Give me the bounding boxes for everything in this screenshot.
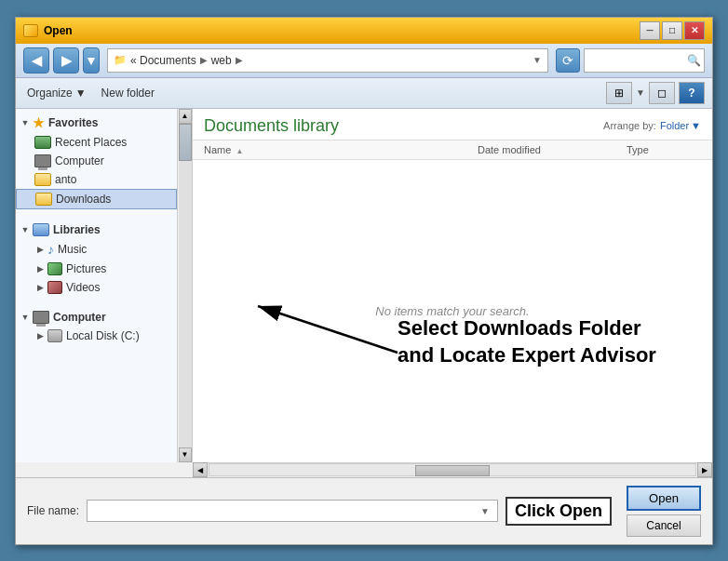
sidebar-item-videos[interactable]: ▶ Videos <box>16 278 177 297</box>
filename-label: File name: <box>27 504 79 517</box>
libraries-header[interactable]: ▼ Libraries <box>16 220 177 239</box>
window-icon <box>23 24 38 37</box>
library-title: Documents library <box>204 116 339 136</box>
minimize-button[interactable]: ─ <box>640 21 660 40</box>
computer-section-icon <box>33 311 49 324</box>
annotation-line2: and Locate Expert Advisor <box>398 342 694 369</box>
svg-line-1 <box>258 306 398 353</box>
computer-expand-icon: ▼ <box>20 312 31 323</box>
maximize-button[interactable]: □ <box>662 21 682 40</box>
computer-header[interactable]: ▼ Computer <box>16 308 177 327</box>
cancel-button[interactable]: Cancel <box>627 514 701 537</box>
libraries-icon <box>33 223 49 236</box>
scroll-up-arrow[interactable]: ▲ <box>179 109 192 124</box>
arrange-by-value: Folder <box>660 120 689 131</box>
address-sep2: ▶ <box>236 55 243 65</box>
music-icon: ♪ <box>47 242 54 257</box>
address-part1: « Documents <box>130 54 196 67</box>
dropdown-button[interactable]: ▼ <box>83 47 100 73</box>
bottom-buttons: Open Cancel <box>627 486 701 537</box>
h-scroll-left[interactable]: ◀ <box>193 462 208 477</box>
local-disk-expand-icon: ▶ <box>34 330 46 341</box>
favorites-expand-icon: ▼ <box>20 117 31 128</box>
back-button[interactable]: ◀ <box>23 47 49 73</box>
folder-icon-address: 📁 <box>114 54 127 66</box>
filename-dropdown-arrow[interactable]: ▼ <box>477 506 493 516</box>
videos-label: Videos <box>66 281 100 294</box>
forward-button[interactable]: ▶ <box>53 47 79 73</box>
h-scroll-right[interactable]: ▶ <box>697 462 712 477</box>
anto-folder-icon <box>34 173 51 186</box>
click-open-label: Click Open <box>506 497 612 526</box>
arrange-by-label: Arrange by: <box>603 120 656 131</box>
h-scroll-track <box>209 463 696 476</box>
help-button[interactable]: ? <box>679 82 705 104</box>
window-view-button[interactable]: ◻ <box>649 82 675 104</box>
computer-label: Computer <box>55 154 104 167</box>
main-content: Documents library Arrange by: Folder ▼ N… <box>193 109 712 462</box>
sidebar-scrollbar: ▲ ▼ <box>177 109 192 462</box>
search-container: 🔍 <box>584 48 705 73</box>
view-toggle-button[interactable]: ⊞ <box>606 82 632 104</box>
scroll-thumb[interactable] <box>179 124 192 161</box>
favorites-star-icon: ★ <box>33 115 45 130</box>
annotation-text: Select Downloads Folder and Locate Exper… <box>398 315 694 368</box>
pictures-icon <box>47 262 62 275</box>
arrange-by-control: Arrange by: Folder ▼ <box>603 120 701 131</box>
computer-section: ▼ Computer ▶ Local Disk (C:) <box>16 308 177 345</box>
open-dialog-window: Open ─ □ ✕ ◀ ▶ ▼ 📁 « Documents ▶ web ▶ ▼… <box>15 17 713 545</box>
title-bar-left: Open <box>23 24 73 37</box>
scroll-track <box>179 124 192 447</box>
sidebar-item-local-disk[interactable]: ▶ Local Disk (C:) <box>16 327 177 345</box>
title-buttons: ─ □ ✕ <box>640 21 705 40</box>
pictures-label: Pictures <box>66 262 106 275</box>
column-date[interactable]: Date modified <box>478 144 627 155</box>
address-bar[interactable]: 📁 « Documents ▶ web ▶ ▼ <box>107 48 548 73</box>
recent-places-icon <box>34 136 51 149</box>
filename-input-container: ▼ <box>87 500 498 522</box>
action-bar: Organize ▼ New folder ⊞ ▼ ◻ ? <box>16 78 712 109</box>
sidebar-item-pictures[interactable]: ▶ Pictures <box>16 260 177 278</box>
title-bar: Open ─ □ ✕ <box>16 18 712 44</box>
address-dropdown[interactable]: ▼ <box>533 55 542 65</box>
libraries-expand-icon: ▼ <box>20 224 31 235</box>
downloads-folder-icon <box>35 193 52 206</box>
videos-icon <box>47 281 62 294</box>
local-disk-icon <box>47 329 62 342</box>
libraries-label: Libraries <box>53 223 101 236</box>
favorites-header[interactable]: ▼ ★ Favorites <box>16 113 177 133</box>
refresh-button[interactable]: ⟳ <box>556 48 580 73</box>
sidebar-content: ▼ ★ Favorites Recent Places Computer <box>16 109 192 353</box>
sort-arrow: ▲ <box>236 147 243 155</box>
search-icon: 🔍 <box>687 54 701 67</box>
anto-label: anto <box>55 173 76 186</box>
filename-input[interactable] <box>91 504 477 517</box>
h-scroll-thumb[interactable] <box>415 465 490 476</box>
sidebar-item-recent-places[interactable]: Recent Places <box>16 133 177 152</box>
content-area: ▼ ★ Favorites Recent Places Computer <box>16 109 712 462</box>
view-controls: ⊞ ▼ ◻ ? <box>606 82 705 104</box>
column-type[interactable]: Type <box>627 144 701 155</box>
navigation-toolbar: ◀ ▶ ▼ 📁 « Documents ▶ web ▶ ▼ ⟳ 🔍 <box>16 44 712 78</box>
sidebar-item-anto[interactable]: anto <box>16 170 177 189</box>
local-disk-label: Local Disk (C:) <box>66 329 140 342</box>
column-headers: Name ▲ Date modified Type <box>193 140 712 160</box>
scroll-down-arrow[interactable]: ▼ <box>179 447 192 462</box>
address-part2: web <box>211 54 232 67</box>
close-button[interactable]: ✕ <box>684 21 705 40</box>
music-expand-icon: ▶ <box>34 244 46 255</box>
open-button[interactable]: Open <box>627 486 701 511</box>
sidebar-item-downloads[interactable]: Downloads <box>16 189 177 209</box>
organize-button[interactable]: Organize ▼ <box>23 85 90 101</box>
libraries-section: ▼ Libraries ▶ ♪ Music ▶ Pictures <box>16 220 177 297</box>
bottom-bar: File name: ▼ Click Open Open Cancel <box>16 477 712 544</box>
music-label: Music <box>58 243 87 256</box>
sidebar-item-computer[interactable]: Computer <box>16 152 177 170</box>
column-name[interactable]: Name ▲ <box>204 144 478 155</box>
sidebar-item-music[interactable]: ▶ ♪ Music <box>16 239 177 260</box>
annotation-area: Select Downloads Folder and Locate Exper… <box>398 315 694 368</box>
library-header: Documents library Arrange by: Folder ▼ <box>193 109 712 140</box>
new-folder-button[interactable]: New folder <box>98 85 158 101</box>
favorites-section: ▼ ★ Favorites Recent Places Computer <box>16 113 177 209</box>
arrange-by-button[interactable]: Folder ▼ <box>660 120 701 131</box>
